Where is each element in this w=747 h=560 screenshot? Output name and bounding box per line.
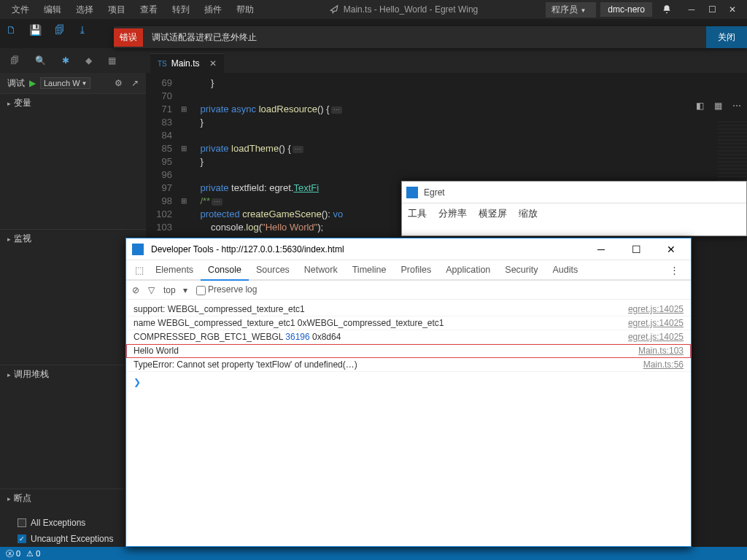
status-errors[interactable]: ⓧ 0	[6, 548, 20, 559]
editor-layout-icon[interactable]: ▦	[714, 101, 722, 111]
devtools-tab[interactable]: Sources	[249, 260, 297, 279]
clear-console-icon[interactable]: ⊘	[132, 285, 139, 295]
bell-icon[interactable]	[657, 2, 677, 17]
bp-uncaught-exceptions[interactable]: ✓Uncaught Exceptions	[0, 531, 146, 547]
console-log-entry[interactable]: support: WEBGL_compressed_texture_etc1eg…	[126, 303, 691, 316]
devtools-tab[interactable]: Network	[297, 260, 345, 279]
console-log-entry[interactable]: name WEBGL_compressed_texture_etc1 0xWEB…	[126, 316, 691, 330]
console-prompt[interactable]: ❯	[126, 375, 691, 389]
menu-item[interactable]: 项目	[101, 1, 133, 19]
section-breakpoints[interactable]: 断点	[0, 489, 146, 508]
menu-item[interactable]: 编辑	[36, 1, 69, 19]
editor-tabs: TS Main.ts ✕	[146, 48, 747, 73]
section-variables[interactable]: 变量	[0, 93, 146, 112]
window-title: Main.ts - Hello_World - Egret Wing	[261, 4, 546, 15]
egret-menu-item[interactable]: 缩放	[519, 207, 538, 220]
debug-output-icon[interactable]: ↗	[131, 78, 139, 88]
egret-runner-window[interactable]: Egret 工具分辨率横竖屏缩放	[401, 181, 747, 236]
devtools-minimize-button[interactable]: ─	[587, 244, 615, 255]
devtools-close-button[interactable]: ✕	[657, 244, 685, 255]
menu-item[interactable]: 转到	[165, 1, 197, 19]
editor-actions: ◧ ▦ ⋯	[696, 101, 741, 111]
section-callstack[interactable]: 调用堆栈	[0, 365, 146, 384]
menu-item[interactable]: 插件	[197, 1, 229, 19]
error-message: 调试适配器进程已意外终止	[143, 31, 706, 44]
minimize-button[interactable]: ─	[681, 2, 702, 17]
ts-icon: TS	[158, 60, 167, 68]
console-log-entry[interactable]: COMPRESSED_RGB_ETC1_WEBGL 36196 0x8d64eg…	[126, 330, 691, 344]
new-file-icon[interactable]: 🗋	[6, 24, 16, 36]
filter-icon[interactable]: ▽	[148, 285, 155, 295]
source-control-icon[interactable]: ◆	[85, 55, 92, 66]
split-editor-icon[interactable]: ◧	[696, 101, 704, 111]
checkbox-icon[interactable]	[18, 518, 26, 527]
egret-title-bar[interactable]: Egret	[402, 182, 746, 203]
debug-start-button[interactable]: ▶	[29, 78, 36, 88]
side-panel: 🗐 🔍 ✱ ◆ ▦ 调试 ▶ Launch W▼ ⚙ ↗ 变量 监视 调用堆栈 …	[0, 48, 146, 547]
preserve-log-checkbox[interactable]: Preserve log	[196, 284, 258, 295]
tab-close-icon[interactable]: ✕	[209, 58, 217, 69]
devtools-tabs: ⬚ ElementsConsoleSourcesNetworkTimelineP…	[126, 260, 691, 281]
debug-settings-icon[interactable]: ⚙	[115, 78, 123, 88]
user-badge[interactable]: dmc-nero	[600, 2, 652, 17]
menu-item[interactable]: 文件	[4, 1, 36, 19]
devtools-maximize-button[interactable]: ☐	[622, 244, 650, 255]
devtools-window[interactable]: Developer Tools - http://127.0.0.1:5630/…	[125, 238, 692, 547]
devtools-icon	[132, 244, 144, 255]
editor-tab-main[interactable]: TS Main.ts ✕	[150, 53, 224, 73]
status-bar: ⓧ 0 ⚠ 0	[0, 547, 747, 560]
devtools-title-bar[interactable]: Developer Tools - http://127.0.0.1:5630/…	[126, 238, 691, 260]
debug-label: 调试	[7, 77, 25, 90]
extensions-icon[interactable]: ▦	[108, 55, 116, 66]
download-icon[interactable]: ⤓	[78, 24, 87, 36]
egret-menu: 工具分辨率横竖屏缩放	[402, 203, 746, 224]
egret-icon	[406, 187, 418, 198]
error-banner: 错误 调试适配器进程已意外终止 关闭	[114, 26, 747, 48]
devtools-tab[interactable]: Timeline	[345, 260, 394, 279]
egret-menu-item[interactable]: 工具	[408, 207, 427, 220]
search-icon[interactable]: 🔍	[35, 55, 46, 66]
menu-item[interactable]: 帮助	[229, 1, 261, 19]
files-icon[interactable]: 🗐	[10, 55, 19, 66]
devtools-tab[interactable]: Console	[201, 260, 249, 281]
status-warnings[interactable]: ⚠ 0	[26, 549, 40, 559]
menu-bar: 文件编辑选择项目查看转到插件帮助	[4, 1, 261, 19]
console-log-entry[interactable]: Hello WorldMain.ts:103	[126, 344, 691, 358]
activity-bar: 🗐 🔍 ✱ ◆ ▦	[0, 48, 146, 73]
close-button[interactable]: ✕	[722, 2, 743, 17]
error-tag: 错误	[114, 28, 143, 47]
debug-icon[interactable]: ✱	[62, 55, 69, 66]
devtools-tab[interactable]: Security	[498, 260, 545, 279]
save-icon[interactable]: 💾	[29, 24, 42, 36]
console-output[interactable]: support: WEBGL_compressed_texture_etc1eg…	[126, 300, 691, 375]
devtools-tab[interactable]: Audits	[545, 260, 585, 279]
breakpoints-list: All Exceptions ✓Uncaught Exceptions	[0, 515, 146, 547]
debug-toolbar: 调试 ▶ Launch W▼ ⚙ ↗	[0, 73, 146, 93]
menu-item[interactable]: 查看	[133, 1, 165, 19]
console-toolbar: ⊘ ▽ top ▾ Preserve log	[126, 281, 691, 300]
console-log-entry[interactable]: TypeError: Cannot set property 'textFlow…	[126, 358, 691, 372]
egret-menu-item[interactable]: 分辨率	[438, 207, 467, 220]
context-dropdown[interactable]: top ▾	[163, 285, 187, 295]
menu-item[interactable]: 选择	[69, 1, 101, 19]
devtools-more-icon[interactable]: ⋮	[662, 265, 686, 276]
save-all-icon[interactable]: 🗐	[55, 24, 65, 36]
inspect-icon[interactable]: ⬚	[131, 265, 148, 276]
checkbox-icon[interactable]: ✓	[18, 534, 26, 543]
title-bar: 文件编辑选择项目查看转到插件帮助 Main.ts - Hello_World -…	[0, 0, 747, 19]
editor-more-icon[interactable]: ⋯	[732, 101, 741, 111]
role-dropdown[interactable]: 程序员 ▼	[546, 2, 596, 18]
section-watch[interactable]: 监视	[0, 229, 146, 248]
bp-all-exceptions[interactable]: All Exceptions	[0, 515, 146, 531]
banner-close-button[interactable]: 关闭	[706, 26, 747, 48]
devtools-tab[interactable]: Elements	[148, 260, 201, 279]
maximize-button[interactable]: ☐	[702, 2, 722, 17]
devtools-tab[interactable]: Application	[438, 260, 498, 279]
launch-config-dropdown[interactable]: Launch W▼	[40, 77, 90, 89]
devtools-tab[interactable]: Profiles	[393, 260, 438, 279]
egret-menu-item[interactable]: 横竖屏	[479, 207, 507, 220]
